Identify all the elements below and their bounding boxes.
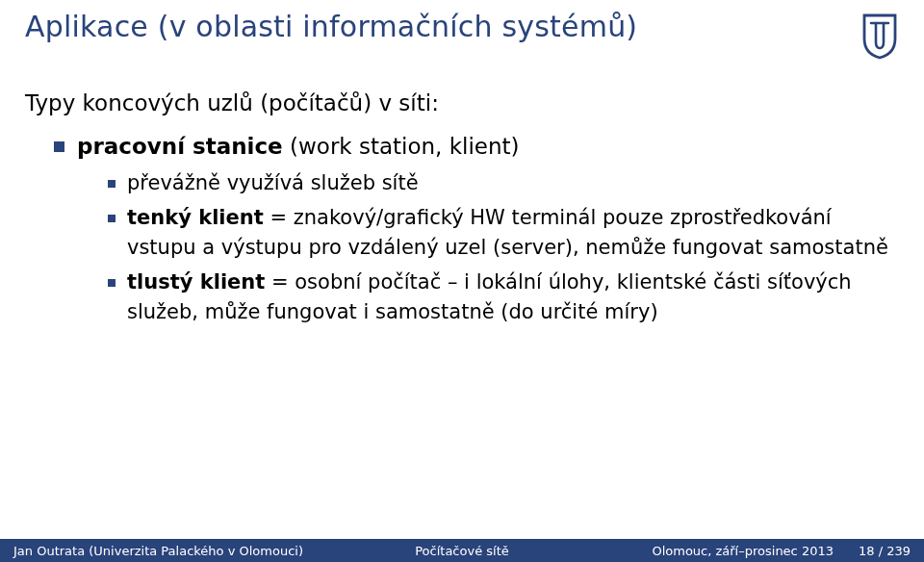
sub-bullet-lead: tenký klient [127, 206, 264, 229]
footer-date: Olomouc, září–prosinec 2013 [652, 544, 834, 558]
subtitle: Typy koncových uzlů (počítačů) v síti: [25, 87, 899, 120]
bullet-lead: pracovní stanice [77, 134, 283, 159]
footer-bar: Jan Outrata (Univerzita Palackého v Olom… [0, 539, 924, 562]
footer-author: Jan Outrata (Univerzita Palackého v Olom… [13, 544, 303, 558]
university-logo [860, 13, 899, 60]
sub-bullet-thick-client: tlustý klient = osobní počítač – i lokál… [108, 268, 899, 328]
footer-page: 18 / 239 [859, 544, 911, 558]
slide-title: Aplikace (v oblasti informačních systémů… [25, 10, 837, 43]
sub-bullet-lead: tlustý klient [127, 270, 265, 294]
slide: { "title": "Aplikace (v oblasti informač… [0, 0, 924, 562]
bullet-rest: (work station, klient) [283, 134, 520, 159]
slide-body: Typy koncových uzlů (počítačů) v síti: p… [25, 73, 899, 336]
bullet-workstation: pracovní stanice (work station, klient) … [54, 130, 899, 328]
sub-bullet-uses-services: převážně využívá služeb sítě [108, 168, 899, 199]
sub-bullet-thin-client: tenký klient = znakový/grafický HW termi… [108, 203, 899, 264]
sub-bullet-text: převážně využívá služeb sítě [127, 171, 419, 194]
